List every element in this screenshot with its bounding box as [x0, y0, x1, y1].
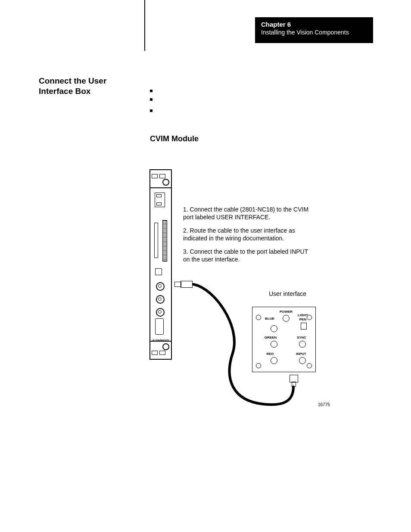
- cvim-module-diagram: ALLEN-BRADLEY: [149, 169, 172, 360]
- chapter-number: Chapter 6: [261, 21, 367, 28]
- module-port-icon: [156, 308, 165, 317]
- green-port-icon: [271, 341, 277, 348]
- module-bottom-tab-icon: [152, 351, 170, 355]
- port-label-green: GREEN: [264, 336, 277, 339]
- sync-port-icon: [299, 341, 306, 348]
- port-label-input: INPUT: [295, 352, 308, 356]
- module-db9-icon: [155, 318, 164, 335]
- bullet-icon: [150, 98, 153, 101]
- port-label-blue: BLUE: [264, 317, 276, 320]
- port-label-lightpen-a: LIGHT: [296, 313, 309, 317]
- divider-line: [150, 187, 171, 188]
- cable-plug-ui-icon: [290, 375, 297, 386]
- user-interface-box-diagram: POWER BLUE LIGHT PEN GREEN SYNC RED INPU…: [252, 307, 316, 372]
- module-display-icon: [155, 193, 165, 207]
- input-port-icon: [299, 357, 306, 364]
- section-side-heading: Connect the User Interface Box: [39, 76, 129, 96]
- chapter-subtitle: Installing the Vision Components: [261, 29, 367, 36]
- step-3: 3. Connect the cable to the port labeled…: [183, 248, 312, 263]
- bullet-list: [150, 90, 153, 118]
- screw-icon: [307, 363, 312, 368]
- bullet-icon: [150, 109, 153, 112]
- user-interface-label: User interface: [269, 290, 306, 297]
- cable-plug-module-icon: [174, 281, 193, 287]
- module-screw-icon: [162, 343, 169, 350]
- red-port-icon: [271, 357, 277, 364]
- module-switch-icon: [155, 268, 162, 275]
- port-label-red: RED: [265, 352, 276, 356]
- screw-icon: [256, 363, 261, 368]
- figure-number: 16775: [318, 402, 330, 407]
- port-label-power: POWER: [278, 310, 294, 314]
- module-slot-icon: [154, 223, 158, 258]
- bullet-icon: [150, 90, 153, 92]
- module-top-tab-icon: [152, 174, 170, 178]
- lightpen-port-icon: [301, 323, 307, 330]
- step-1: 1. Connect the cable (2801-NC18) to the …: [183, 206, 312, 221]
- module-connector-icon: [162, 220, 167, 261]
- module-port-icon: [156, 295, 165, 304]
- header-divider: [144, 0, 145, 51]
- port-label-sync: SYNC: [296, 336, 308, 339]
- port-label-lightpen-b: PEN: [296, 317, 309, 321]
- power-port-icon: [283, 315, 290, 322]
- module-brand-label: ALLEN-BRADLEY: [150, 339, 171, 342]
- instruction-steps: 1. Connect the cable (2801-NC18) to the …: [183, 206, 312, 269]
- subsection-heading: CVIM Module: [150, 134, 199, 143]
- module-port-icon: [156, 282, 165, 291]
- module-screw-icon: [162, 179, 169, 186]
- blue-port-icon: [271, 325, 277, 332]
- chapter-header: Chapter 6 Installing the Vision Componen…: [255, 17, 373, 43]
- step-2: 2. Route the cable to the user interface…: [183, 227, 312, 242]
- screw-icon: [256, 315, 261, 320]
